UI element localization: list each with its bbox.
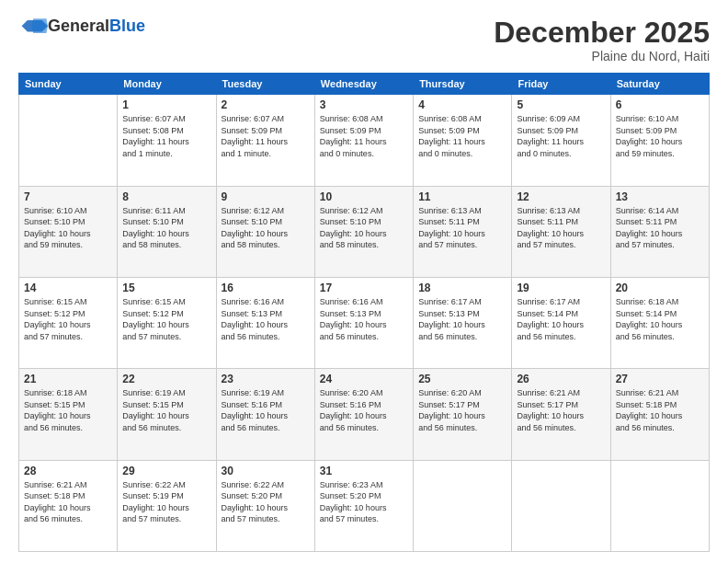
day-info: Sunrise: 6:21 AMSunset: 5:18 PMDaylight:… — [24, 479, 112, 525]
calendar-header-saturday: Saturday — [610, 74, 709, 95]
title-block: December 2025 Plaine du Nord, Haiti — [494, 17, 710, 63]
day-number: 7 — [24, 190, 112, 203]
day-info: Sunrise: 6:23 AMSunset: 5:20 PMDaylight:… — [320, 479, 408, 525]
day-number: 4 — [418, 98, 506, 111]
day-info: Sunrise: 6:07 AMSunset: 5:09 PMDaylight:… — [222, 113, 310, 159]
calendar-cell: 16Sunrise: 6:16 AMSunset: 5:13 PMDayligh… — [216, 277, 314, 368]
day-number: 2 — [222, 98, 310, 111]
day-number: 27 — [616, 373, 704, 385]
day-info: Sunrise: 6:19 AMSunset: 5:15 PMDaylight:… — [122, 387, 210, 433]
calendar-cell: 8Sunrise: 6:11 AMSunset: 5:10 PMDaylight… — [118, 186, 216, 277]
day-number: 19 — [517, 282, 605, 294]
day-info: Sunrise: 6:10 AMSunset: 5:09 PMDaylight:… — [616, 113, 704, 159]
calendar-header-thursday: Thursday — [414, 74, 512, 95]
day-number: 22 — [122, 373, 210, 385]
calendar-cell: 31Sunrise: 6:23 AMSunset: 5:20 PMDayligh… — [314, 460, 413, 551]
calendar-cell: 20Sunrise: 6:18 AMSunset: 5:14 PMDayligh… — [610, 277, 709, 368]
day-number: 26 — [517, 373, 605, 385]
day-info: Sunrise: 6:12 AMSunset: 5:10 PMDaylight:… — [320, 205, 408, 251]
day-info: Sunrise: 6:07 AMSunset: 5:08 PMDaylight:… — [122, 113, 210, 159]
logo-blue: Blue — [109, 17, 145, 36]
calendar-cell: 15Sunrise: 6:15 AMSunset: 5:12 PMDayligh… — [118, 277, 216, 368]
day-info: Sunrise: 6:17 AMSunset: 5:13 PMDaylight:… — [418, 296, 506, 342]
calendar-cell: 2Sunrise: 6:07 AMSunset: 5:09 PMDaylight… — [216, 95, 314, 186]
calendar-cell — [512, 460, 610, 551]
day-number: 25 — [418, 373, 506, 385]
day-info: Sunrise: 6:21 AMSunset: 5:18 PMDaylight:… — [616, 387, 704, 433]
calendar-cell: 19Sunrise: 6:17 AMSunset: 5:14 PMDayligh… — [512, 277, 610, 368]
day-number: 3 — [320, 98, 408, 111]
calendar-header-friday: Friday — [512, 74, 610, 95]
calendar-week-5: 28Sunrise: 6:21 AMSunset: 5:18 PMDayligh… — [19, 460, 710, 551]
calendar-cell: 4Sunrise: 6:08 AMSunset: 5:09 PMDaylight… — [414, 95, 512, 186]
calendar-cell — [19, 95, 118, 186]
calendar-cell — [610, 460, 709, 551]
calendar-cell: 25Sunrise: 6:20 AMSunset: 5:17 PMDayligh… — [414, 369, 512, 460]
day-number: 10 — [320, 190, 408, 203]
calendar-cell — [414, 460, 512, 551]
day-number: 11 — [418, 190, 506, 203]
logo-general: General — [48, 17, 109, 36]
day-number: 12 — [517, 190, 605, 203]
calendar-header-row: SundayMondayTuesdayWednesdayThursdayFrid… — [19, 74, 710, 95]
subtitle: Plaine du Nord, Haiti — [494, 49, 710, 63]
calendar-cell: 22Sunrise: 6:19 AMSunset: 5:15 PMDayligh… — [118, 369, 216, 460]
calendar-cell: 27Sunrise: 6:21 AMSunset: 5:18 PMDayligh… — [610, 369, 709, 460]
day-number: 15 — [122, 282, 210, 294]
day-info: Sunrise: 6:21 AMSunset: 5:17 PMDaylight:… — [517, 387, 605, 433]
day-number: 29 — [122, 465, 210, 477]
calendar-header-monday: Monday — [118, 74, 216, 95]
calendar-week-3: 14Sunrise: 6:15 AMSunset: 5:12 PMDayligh… — [19, 277, 710, 368]
day-info: Sunrise: 6:08 AMSunset: 5:09 PMDaylight:… — [418, 113, 506, 159]
day-info: Sunrise: 6:22 AMSunset: 5:20 PMDaylight:… — [222, 479, 310, 525]
calendar-cell: 13Sunrise: 6:14 AMSunset: 5:11 PMDayligh… — [610, 186, 709, 277]
logo-icon — [20, 18, 48, 35]
day-info: Sunrise: 6:17 AMSunset: 5:14 PMDaylight:… — [517, 296, 605, 342]
day-number: 13 — [616, 190, 704, 203]
calendar-cell: 18Sunrise: 6:17 AMSunset: 5:13 PMDayligh… — [414, 277, 512, 368]
day-info: Sunrise: 6:12 AMSunset: 5:10 PMDaylight:… — [222, 205, 310, 251]
day-info: Sunrise: 6:15 AMSunset: 5:12 PMDaylight:… — [24, 296, 112, 342]
calendar-cell: 5Sunrise: 6:09 AMSunset: 5:09 PMDaylight… — [512, 95, 610, 186]
logo: GeneralBlue — [18, 17, 145, 36]
day-number: 23 — [222, 373, 310, 385]
calendar-cell: 9Sunrise: 6:12 AMSunset: 5:10 PMDaylight… — [216, 186, 314, 277]
calendar-cell: 29Sunrise: 6:22 AMSunset: 5:19 PMDayligh… — [118, 460, 216, 551]
day-number: 1 — [122, 98, 210, 111]
page: GeneralBlue December 2025 Plaine du Nord… — [0, 0, 728, 563]
day-number: 20 — [616, 282, 704, 294]
day-info: Sunrise: 6:20 AMSunset: 5:17 PMDaylight:… — [418, 387, 506, 433]
day-number: 24 — [320, 373, 408, 385]
calendar-cell: 30Sunrise: 6:22 AMSunset: 5:20 PMDayligh… — [216, 460, 314, 551]
day-info: Sunrise: 6:13 AMSunset: 5:11 PMDaylight:… — [418, 205, 506, 251]
day-number: 21 — [24, 373, 112, 385]
day-info: Sunrise: 6:16 AMSunset: 5:13 PMDaylight:… — [320, 296, 408, 342]
day-number: 28 — [24, 465, 112, 477]
day-info: Sunrise: 6:18 AMSunset: 5:15 PMDaylight:… — [24, 387, 112, 433]
day-info: Sunrise: 6:08 AMSunset: 5:09 PMDaylight:… — [320, 113, 408, 159]
calendar-cell: 23Sunrise: 6:19 AMSunset: 5:16 PMDayligh… — [216, 369, 314, 460]
calendar-cell: 7Sunrise: 6:10 AMSunset: 5:10 PMDaylight… — [19, 186, 118, 277]
calendar-cell: 26Sunrise: 6:21 AMSunset: 5:17 PMDayligh… — [512, 369, 610, 460]
day-info: Sunrise: 6:18 AMSunset: 5:14 PMDaylight:… — [616, 296, 704, 342]
day-info: Sunrise: 6:10 AMSunset: 5:10 PMDaylight:… — [24, 205, 112, 251]
day-info: Sunrise: 6:09 AMSunset: 5:09 PMDaylight:… — [517, 113, 605, 159]
day-number: 31 — [320, 465, 408, 477]
calendar-week-1: 1Sunrise: 6:07 AMSunset: 5:08 PMDaylight… — [19, 95, 710, 186]
calendar-cell: 10Sunrise: 6:12 AMSunset: 5:10 PMDayligh… — [314, 186, 413, 277]
day-info: Sunrise: 6:13 AMSunset: 5:11 PMDaylight:… — [517, 205, 605, 251]
day-number: 6 — [616, 98, 704, 111]
calendar-header-wednesday: Wednesday — [314, 74, 413, 95]
calendar-table: SundayMondayTuesdayWednesdayThursdayFrid… — [18, 73, 710, 552]
day-number: 9 — [222, 190, 310, 203]
calendar-cell: 24Sunrise: 6:20 AMSunset: 5:16 PMDayligh… — [314, 369, 413, 460]
day-info: Sunrise: 6:14 AMSunset: 5:11 PMDaylight:… — [616, 205, 704, 251]
day-info: Sunrise: 6:16 AMSunset: 5:13 PMDaylight:… — [222, 296, 310, 342]
day-number: 8 — [122, 190, 210, 203]
calendar-cell: 11Sunrise: 6:13 AMSunset: 5:11 PMDayligh… — [414, 186, 512, 277]
calendar-cell: 17Sunrise: 6:16 AMSunset: 5:13 PMDayligh… — [314, 277, 413, 368]
calendar-cell: 21Sunrise: 6:18 AMSunset: 5:15 PMDayligh… — [19, 369, 118, 460]
calendar-cell: 14Sunrise: 6:15 AMSunset: 5:12 PMDayligh… — [19, 277, 118, 368]
calendar-cell: 6Sunrise: 6:10 AMSunset: 5:09 PMDaylight… — [610, 95, 709, 186]
day-number: 30 — [222, 465, 310, 477]
